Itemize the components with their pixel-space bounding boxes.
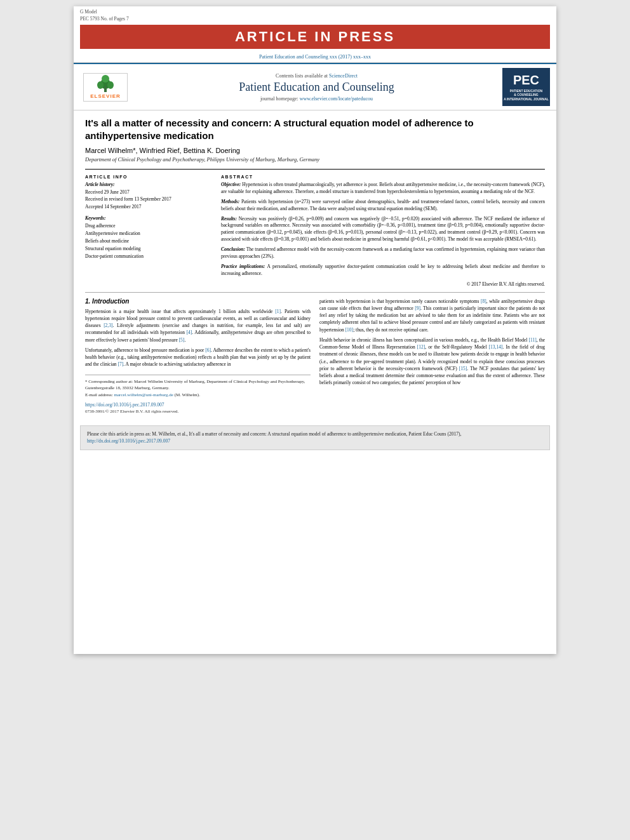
journal-homepage: journal homepage: www.elsevier.com/locat… xyxy=(137,96,496,102)
journal-header: ELSEVIER Contents lists available at Sci… xyxy=(74,63,556,110)
footnote-email: E-mail address: marcel.wilhelm@uni-marbu… xyxy=(85,392,311,399)
journal-doi-text[interactable]: Patient Education and Counseling xxx (20… xyxy=(259,54,371,60)
practice-label: Practice implications: xyxy=(221,263,265,269)
keywords-list: Drug adherence Antihypertensive medicati… xyxy=(85,222,212,260)
ref-2-3[interactable]: [2,3] xyxy=(104,323,112,328)
received-date: Received 29 June 2017 xyxy=(85,189,212,196)
abstract-conclusion: Conclusion: The transferred adherence mo… xyxy=(221,246,545,260)
history-title: Article history: xyxy=(85,182,212,187)
svg-point-3 xyxy=(107,81,114,89)
intro-heading: 1. Introduction xyxy=(85,298,311,305)
abstract-objective: Objective: Hypertension is often treated… xyxy=(221,182,545,196)
copyright: © 2017 Elsevier B.V. All rights reserved… xyxy=(221,281,545,287)
footnote-star: * Corresponding author at: Marcel Wilhel… xyxy=(85,378,311,392)
article-history: Article history: Received 29 June 2017 R… xyxy=(85,182,212,210)
results-label: Results: xyxy=(221,216,237,222)
bottom-issn: 0738-3991/© 2017 Elsevier B.V. All right… xyxy=(85,409,311,414)
bottom-doi-link[interactable]: https://doi.org/10.1016/j.pec.2017.09.00… xyxy=(85,402,311,408)
pec-ref-label: PEC 5793 No. of Pages 7 xyxy=(80,16,129,23)
article-info-col: ARTICLE INFO Article history: Received 2… xyxy=(85,175,212,287)
methods-label: Methods: xyxy=(221,199,239,204)
methods-text: Patients with hypertension (n=273) were … xyxy=(221,199,545,211)
ref-4[interactable]: [4] xyxy=(187,330,192,335)
conclusion-text: The transferred adherence model with the… xyxy=(221,246,545,259)
elsevier-logo-area: ELSEVIER xyxy=(80,73,131,102)
svg-point-2 xyxy=(97,81,104,89)
abstract-col: ABSTRACT Objective: Hypertension is ofte… xyxy=(221,175,545,287)
contents-available: Contents lists available at ScienceDirec… xyxy=(137,73,496,79)
pec-abbr: PEC xyxy=(513,73,539,88)
ref-15[interactable]: [15] xyxy=(459,366,467,371)
info-abstract-cols: ARTICLE INFO Article history: Received 2… xyxy=(85,169,545,287)
abstract-results: Results: Necessity was positively (β=0.2… xyxy=(221,216,545,244)
intro-para3: patients with hypertension is that hyper… xyxy=(319,298,545,333)
revised-date: Received in revised form 13 September 20… xyxy=(85,196,212,203)
conclusion-label: Conclusion: xyxy=(221,246,245,252)
journal-title: Patient Education and Counseling xyxy=(137,81,496,94)
authors: Marcel Wilhelm*, Winfried Rief, Bettina … xyxy=(85,147,545,154)
ref-1[interactable]: [1] xyxy=(275,309,281,314)
keywords-section: Keywords: Drug adherence Antihypertensiv… xyxy=(85,215,212,260)
g-model-label: G Model xyxy=(80,9,129,16)
page: G Model PEC 5793 No. of Pages 7 ARTICLE … xyxy=(74,6,556,654)
body-left-col: 1. Introduction Hypertension is a major … xyxy=(85,298,311,415)
keyword-3: Beliefs about medicine xyxy=(85,237,212,245)
abstract-practice: Practice implications: A personalized, e… xyxy=(221,263,545,277)
objective-text: Hypertension is often treated pharmacolo… xyxy=(221,182,545,194)
keyword-4: Structural equation modeling xyxy=(85,245,212,253)
main-content: It's all a matter of necessity and conce… xyxy=(74,110,556,419)
ref-12[interactable]: [12] xyxy=(417,344,426,350)
svg-point-4 xyxy=(102,75,109,83)
keyword-5: Doctor-patient communication xyxy=(85,253,212,260)
body-cols: 1. Introduction Hypertension is a major … xyxy=(85,298,545,415)
doi-line: Patient Education and Counseling xxx (20… xyxy=(74,51,556,63)
keywords-title: Keywords: xyxy=(85,215,212,221)
footnote-area: * Corresponding author at: Marcel Wilhel… xyxy=(85,375,311,399)
ref-13-14[interactable]: [13,14] xyxy=(489,344,503,350)
objective-label: Objective: xyxy=(221,182,241,187)
intro-para1: Hypertension is a major health issue tha… xyxy=(85,308,311,343)
pec-logo: PEC PATIENT EDUCATION& COUNSELINGA INTER… xyxy=(502,68,550,106)
intro-para4: Health behavior in chronic illness has b… xyxy=(319,337,545,387)
intro-para2: Unfortunately, adherence to blood pressu… xyxy=(85,347,311,368)
affiliation: Department of Clinical Psychology and Ps… xyxy=(85,156,545,163)
citation-box: Please cite this article in press as: M.… xyxy=(80,425,550,450)
practice-text: A personalized, emotionally supportive d… xyxy=(221,263,545,276)
keyword-2: Antihypertensive medication xyxy=(85,230,212,237)
journal-center: Contents lists available at ScienceDirec… xyxy=(131,73,502,102)
citation-text: Please cite this article in press as: M.… xyxy=(87,431,461,437)
ref-7[interactable]: [7] xyxy=(117,361,123,367)
body-right-col: patients with hypertension is that hyper… xyxy=(319,298,545,415)
article-title: It's all a matter of necessity and conce… xyxy=(85,117,545,142)
sciencedirect-link[interactable]: ScienceDirect xyxy=(329,73,358,79)
article-in-press-banner: ARTICLE IN PRESS xyxy=(80,25,550,49)
ref-8[interactable]: [8] xyxy=(481,298,486,304)
top-banner: G Model PEC 5793 No. of Pages 7 xyxy=(74,6,556,23)
abstract-methods: Methods: Patients with hypertension (n=2… xyxy=(221,199,545,213)
results-text: Necessity was positively (β=0.26, p=0.00… xyxy=(221,216,545,243)
ref-11[interactable]: [11] xyxy=(529,337,537,343)
bottom-links: https://doi.org/10.1016/j.pec.2017.09.00… xyxy=(85,402,311,414)
footnote-email-link[interactable]: marcel.wilhelm@uni-marburg.de xyxy=(114,392,173,397)
abstract-label: ABSTRACT xyxy=(221,175,545,179)
journal-homepage-link[interactable]: www.elsevier.com/locate/pateducou xyxy=(300,96,373,102)
article-info-label: ARTICLE INFO xyxy=(85,175,212,179)
article-in-press-text: ARTICLE IN PRESS xyxy=(235,29,395,44)
elsevier-text: ELSEVIER xyxy=(90,93,121,99)
citation-link[interactable]: http://dx.doi.org/10.1016/j.pec.2017.09.… xyxy=(87,438,170,444)
svg-rect-5 xyxy=(105,86,106,92)
elsevier-logo: ELSEVIER xyxy=(83,73,128,102)
ref-9[interactable]: [9] xyxy=(415,305,420,311)
accepted-date: Accepted 14 September 2017 xyxy=(85,203,212,210)
keyword-1: Drug adherence xyxy=(85,222,212,230)
ref-5[interactable]: [5] xyxy=(179,337,185,343)
ref-6[interactable]: [6] xyxy=(205,347,211,353)
pec-subtitle: PATIENT EDUCATION& COUNSELINGA INTERNATI… xyxy=(504,89,549,102)
section-divider xyxy=(85,292,545,293)
ref-10[interactable]: [10] xyxy=(345,327,354,333)
